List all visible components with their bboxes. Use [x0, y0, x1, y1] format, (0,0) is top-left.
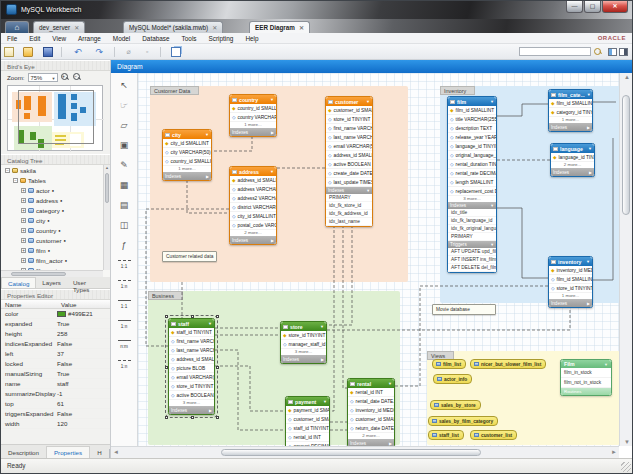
routine-group-header[interactable]: Film▼: [561, 360, 611, 368]
note-tool-icon[interactable]: ✎: [115, 156, 134, 173]
collapse-icon[interactable]: ▼: [586, 259, 590, 264]
tree-schema-sakila[interactable]: −sakila: [1, 165, 110, 175]
toggle-right-panel-icon[interactable]: [619, 48, 628, 56]
view-staff_list[interactable]: staff_list: [428, 430, 464, 440]
table-header[interactable]: film▼: [448, 97, 496, 106]
sidebar-tab-layers[interactable]: Layers: [36, 277, 67, 288]
property-row[interactable]: left37: [1, 349, 110, 359]
image-tool-icon[interactable]: ▦: [115, 176, 134, 193]
note-movie-database[interactable]: Movie database: [432, 304, 496, 315]
tree-table-customer[interactable]: +customer●: [1, 235, 110, 245]
menu-arrange[interactable]: Arrange: [72, 33, 107, 42]
collapse-icon[interactable]: ▼: [490, 99, 494, 104]
expander-icon[interactable]: +: [21, 218, 26, 223]
expander-icon[interactable]: +: [21, 238, 26, 243]
zoom-select[interactable]: 75%▼: [28, 73, 58, 82]
eer-canvas[interactable]: Customer DataInventoryBusinessViewscount…: [138, 73, 619, 446]
menu-scripting[interactable]: Scripting: [203, 33, 240, 42]
expander-icon[interactable]: +: [21, 208, 26, 213]
property-row[interactable]: summarizeDisplay-1: [1, 389, 110, 399]
section-bar-triggers[interactable]: Triggers▼: [448, 241, 496, 248]
close-button[interactable]: ✕: [602, 1, 628, 13]
view-film_list[interactable]: film_list: [432, 359, 466, 369]
bottom-tab-description[interactable]: Description: [1, 447, 46, 458]
property-row[interactable]: color#499E21: [1, 309, 110, 319]
rel-1-n-non-identifying-icon[interactable]: 1:n: [115, 276, 134, 293]
table-header[interactable]: city▼: [163, 130, 211, 139]
tab-dev-server[interactable]: dev_server✕: [33, 21, 85, 33]
indexes-footer-bar[interactable]: Indexes▶: [549, 123, 592, 131]
property-row[interactable]: top61: [1, 399, 110, 409]
table-language[interactable]: language▼◆language_id TINY...2 more...In…: [550, 143, 595, 177]
canvas-vertical-scrollbar[interactable]: ▲ ▼: [619, 73, 632, 446]
table-film_cate[interactable]: film_cate...▼◆film_id SMALLINT◆category_…: [548, 89, 593, 132]
table-film[interactable]: film▼◆film_id SMALLINT◇title VARCHAR(255…: [447, 96, 497, 273]
hand-tool-icon[interactable]: ☞: [115, 96, 134, 113]
view-nicer_but_slower_film_list[interactable]: nicer_but_slower_film_list: [470, 359, 546, 369]
collapse-icon[interactable]: ▼: [320, 324, 324, 329]
collapse-icon[interactable]: ▼: [208, 321, 212, 326]
tree-table-country[interactable]: +country●: [1, 225, 110, 235]
shrink-icon[interactable]: ⌀: [124, 47, 133, 57]
table-staff[interactable]: staff▼◆staff_id TINYINT◇first_name VARCH…: [168, 318, 215, 415]
collapse-icon[interactable]: ▼: [323, 399, 327, 404]
indexes-footer-bar[interactable]: Indexes▶: [551, 168, 594, 176]
indexes-footer-bar[interactable]: Indexes▶: [281, 355, 326, 363]
section-bar-indexes[interactable]: Indexes▼: [448, 202, 496, 209]
expander-icon[interactable]: −: [5, 168, 10, 173]
minimap-viewport[interactable]: [18, 90, 94, 144]
selection-handle[interactable]: [216, 315, 219, 318]
table-header[interactable]: country▼: [230, 95, 276, 104]
table-rental[interactable]: rental▼◆rental_id INT◇rental_date DATE..…: [347, 378, 395, 446]
property-row[interactable]: namestaff: [1, 379, 110, 389]
indexes-footer-bar[interactable]: Indexes▶: [230, 128, 276, 136]
property-row[interactable]: expandedTrue: [1, 319, 110, 329]
table-store[interactable]: store▼◆store_id TINYINT◇manager_staff_id…: [280, 321, 327, 364]
collapse-icon[interactable]: ▼: [587, 92, 591, 97]
selection-handle[interactable]: [216, 366, 219, 369]
zoom-in-icon[interactable]: +: [61, 73, 70, 82]
table-header[interactable]: inventory▼: [549, 257, 592, 266]
title-bar[interactable]: MySQL Workbench — ▢ ✕: [1, 1, 632, 19]
property-row[interactable]: manualSizingTrue: [1, 369, 110, 379]
table-header[interactable]: staff▼: [169, 319, 214, 328]
property-row[interactable]: height258: [1, 329, 110, 339]
routine-group-film[interactable]: Film▼film_in_stockfilm_not_in_stockRouti…: [560, 359, 612, 396]
tree-table-film[interactable]: +film●: [1, 245, 110, 255]
eraser-tool-icon[interactable]: ▱: [115, 116, 134, 133]
rel-1-n-identifying-icon[interactable]: 1:n: [115, 316, 134, 333]
table-header[interactable]: language▼: [551, 144, 594, 153]
property-row[interactable]: width120: [1, 419, 110, 429]
table-payment[interactable]: payment▼◆payment_id SMAL...◇customer_id …: [285, 396, 330, 446]
selection-handle[interactable]: [165, 315, 168, 318]
new-window-icon[interactable]: [171, 47, 181, 57]
redo-icon[interactable]: ↷: [93, 47, 105, 57]
close-tab-icon[interactable]: ✕: [74, 25, 79, 31]
collapse-icon[interactable]: ▼: [205, 132, 209, 137]
new-document-icon[interactable]: [4, 47, 14, 57]
indexes-footer-bar[interactable]: Indexes▶: [230, 236, 276, 244]
menu-file[interactable]: File: [1, 33, 23, 42]
rel-1-1-non-identifying-icon[interactable]: 1:1: [115, 256, 134, 273]
table-header[interactable]: rental▼: [348, 379, 394, 388]
undo-icon[interactable]: ↶: [72, 47, 84, 57]
zoom-out-icon[interactable]: −: [73, 73, 82, 82]
selection-handle[interactable]: [165, 416, 168, 419]
selection-handle[interactable]: [165, 366, 168, 369]
view-sales_by_film_category[interactable]: sales_by_film_category: [428, 416, 498, 426]
menu-help[interactable]: Help: [239, 33, 264, 42]
expander-icon[interactable]: +: [21, 248, 26, 253]
tree-folder-tables[interactable]: −Tables: [1, 175, 110, 185]
minimize-button[interactable]: —: [566, 1, 583, 13]
birds-eye-minimap[interactable]: [7, 85, 103, 151]
tree-table-category[interactable]: +category●: [1, 205, 110, 215]
menu-database[interactable]: Database: [136, 33, 175, 42]
rel-1-1-identifying-icon[interactable]: 1:1: [115, 296, 134, 313]
note-customer-related-data[interactable]: Customer related data: [162, 251, 217, 262]
rel-pick-columns-icon[interactable]: 1:n: [115, 356, 134, 373]
layer-tool-icon[interactable]: ▣: [115, 136, 134, 153]
indexes-footer-bar[interactable]: Indexes▶: [348, 439, 394, 446]
expander-icon[interactable]: +: [21, 198, 26, 203]
indexes-footer-bar[interactable]: Indexes▶: [549, 299, 592, 307]
indexes-footer-bar[interactable]: Indexes▶: [163, 172, 211, 180]
